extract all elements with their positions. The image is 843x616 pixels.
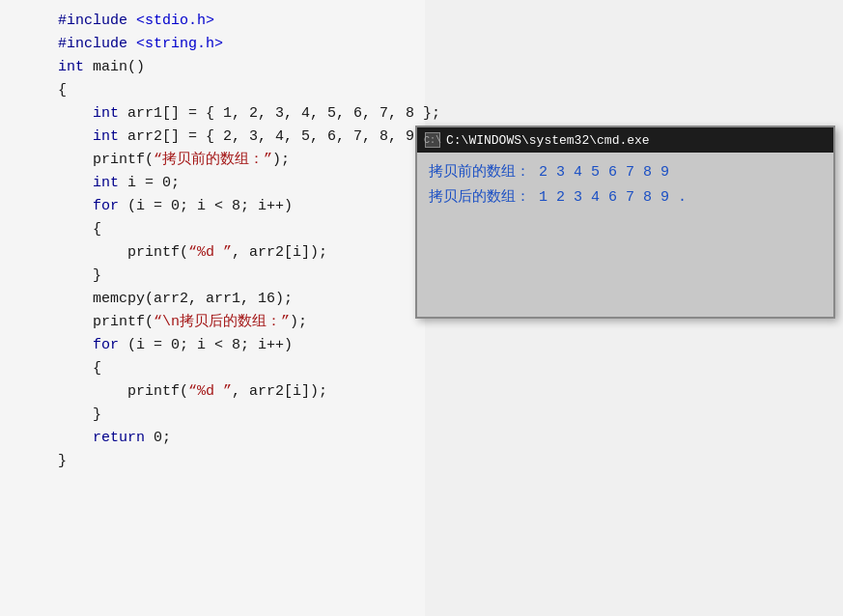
code-line: #include <string.h> (58, 33, 415, 56)
code-line: int main() (58, 56, 415, 79)
code-line: } (58, 265, 415, 288)
code-line: #include <stdio.h> (58, 10, 415, 33)
cmd-window: C:\ C:\WINDOWS\system32\cmd.exe 拷贝前的数组： … (415, 126, 835, 319)
code-line: printf(“拷贝前的数组：”); (58, 149, 415, 172)
code-line: } (58, 450, 415, 473)
code-line: printf(“%d ”, arr2[i]); (58, 380, 415, 404)
cmd-output-line: 拷贝前的数组： 2 3 4 5 6 7 8 9 (429, 160, 822, 185)
code-line: int arr1[] = { 1, 2, 3, 4, 5, 6, 7, 8 }; (58, 102, 415, 126)
code-line: { (58, 79, 415, 102)
cmd-title: C:\WINDOWS\system32\cmd.exe (446, 133, 650, 148)
code-line: for (i = 0; i < 8; i++) (58, 195, 415, 218)
code-line: printf(“%d ”, arr2[i]); (58, 241, 415, 265)
cmd-body: 拷贝前的数组： 2 3 4 5 6 7 8 9拷贝后的数组： 1 2 3 4 6… (417, 153, 833, 317)
code-line: memcpy(arr2, arr1, 16); (58, 288, 415, 311)
code-line: int arr2[] = { 2, 3, 4, 5, 6, 7, 8, 9 }; (58, 126, 415, 149)
cmd-output-line: 拷贝后的数组： 1 2 3 4 6 7 8 9 . (429, 185, 822, 210)
code-line: } (58, 404, 415, 427)
code-panel: #include <stdio.h>#include <string.h>int… (0, 0, 425, 616)
code-line: printf(“\n拷贝后的数组：”); (58, 311, 415, 334)
code-line: { (58, 218, 415, 241)
code-line: return 0; (58, 427, 415, 450)
cmd-icon: C:\ (425, 132, 440, 148)
cmd-titlebar: C:\ C:\WINDOWS\system32\cmd.exe (417, 127, 833, 153)
code-line: { (58, 357, 415, 380)
code-line: for (i = 0; i < 8; i++) (58, 334, 415, 357)
code-line: int i = 0; (58, 172, 415, 195)
